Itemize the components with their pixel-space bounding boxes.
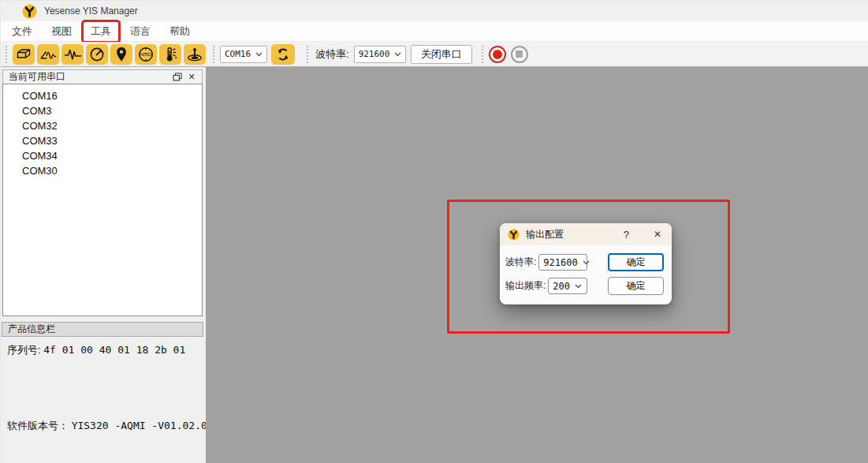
toolbar: UTC COM16: [1, 42, 868, 67]
toolbar-grip-handle[interactable]: [213, 46, 216, 63]
ports-panel-header: 当前可用串口 ✕: [2, 69, 203, 84]
close-panel-button[interactable]: ✕: [184, 71, 199, 83]
chevron-down-icon: [583, 260, 590, 265]
dialog-baud-label: 波特率:: [505, 256, 536, 269]
baud-rate-value: 921600: [359, 49, 390, 59]
dialog-title-bar: 输出配置 ? ✕: [500, 223, 672, 245]
dialog-rate-value: 200: [553, 281, 570, 292]
list-item-port[interactable]: COM16: [3, 88, 202, 103]
baud-rate-select[interactable]: 921600: [354, 46, 406, 63]
window-title: Yesense YIS Manager: [44, 6, 138, 17]
dialog-body: 波特率: 921600 确定 输出频率: 200: [500, 245, 672, 295]
dialog-close-button[interactable]: ✕: [650, 227, 665, 241]
app-window: Yesense YIS Manager 文件 视图 工具 语言 帮助: [0, 0, 868, 463]
menu-item-tools[interactable]: 工具: [84, 22, 118, 41]
chevron-down-icon: [575, 284, 582, 289]
product-info-header: 产品信息栏: [2, 322, 203, 337]
close-icon: ✕: [188, 73, 195, 81]
menu-item-view[interactable]: 视图: [44, 22, 79, 41]
available-ports-list: COM16 COM3 COM32 COM33 COM34 COM30: [2, 84, 203, 316]
app-logo-icon: [22, 4, 37, 19]
baud-confirm-button[interactable]: 确定: [608, 253, 664, 271]
serial-number-row: 序列号: 4f 01 00 40 01 18 2b 01: [7, 343, 185, 357]
product-info-title: 产品信息栏: [8, 323, 55, 336]
serial-number-label: 序列号:: [7, 344, 41, 356]
angle-wave-icon: [39, 48, 58, 61]
location-pin-icon: [115, 47, 128, 62]
list-item-port[interactable]: COM30: [3, 163, 202, 178]
title-bar: Yesense YIS Manager: [1, 1, 868, 21]
software-version-label: 软件版本号：: [7, 420, 69, 431]
list-item-port[interactable]: COM32: [3, 118, 202, 133]
dialog-baud-value: 921600: [543, 257, 577, 268]
svg-text:UTC: UTC: [141, 52, 151, 57]
left-dock-panel: 当前可用串口 ✕ COM16 COM3 COM32 COM33 COM34 CO…: [1, 67, 206, 463]
list-item-port[interactable]: COM34: [3, 148, 202, 163]
dialog-baud-select[interactable]: 921600: [538, 254, 587, 271]
refresh-icon: [276, 47, 290, 62]
toolbar-button-pulse-wave[interactable]: [61, 44, 84, 65]
menu-item-file[interactable]: 文件: [5, 22, 39, 41]
output-config-dialog: 输出配置 ? ✕ 波特率: 921600 确定 输出频率:: [500, 223, 672, 304]
record-button[interactable]: [489, 46, 506, 63]
com-port-select[interactable]: COM16: [220, 46, 267, 63]
close-serial-port-button[interactable]: 关闭串口: [411, 45, 472, 64]
software-version-value: YIS320 -AQMI -V01.02.03;: [72, 420, 220, 431]
chevron-down-icon: [255, 52, 263, 57]
record-icon: [493, 50, 502, 59]
toolbar-button-utc-clock[interactable]: UTC: [135, 44, 157, 65]
float-panel-button[interactable]: [170, 71, 184, 83]
list-item-port[interactable]: COM33: [3, 133, 202, 148]
probe-icon: [186, 47, 203, 62]
refresh-ports-button[interactable]: [271, 44, 295, 65]
gauge-icon: [89, 47, 105, 62]
dialog-rate-select[interactable]: 200: [548, 278, 587, 294]
list-item-port[interactable]: COM3: [3, 103, 202, 118]
toolbar-button-gauge[interactable]: [86, 44, 108, 65]
menu-bar: 文件 视图 工具 语言 帮助: [1, 21, 868, 42]
toolbar-grip-handle[interactable]: [307, 46, 310, 63]
stop-button[interactable]: [511, 46, 528, 63]
toolbar-button-cube-3d[interactable]: [13, 44, 35, 65]
utc-clock-icon: UTC: [138, 47, 154, 62]
stop-icon: [516, 50, 523, 58]
rate-confirm-button[interactable]: 确定: [608, 277, 664, 295]
output-rate-config-row: 输出频率: 200 确定: [505, 277, 664, 295]
menu-item-language[interactable]: 语言: [123, 22, 158, 41]
app-logo-icon: [508, 229, 520, 241]
baud-rate-config-row: 波特率: 921600 确定: [505, 253, 664, 271]
float-window-icon: [173, 73, 182, 81]
dialog-help-button[interactable]: ?: [620, 227, 632, 242]
toolbar-button-probe[interactable]: [184, 44, 206, 65]
toolbar-button-angle-wave[interactable]: [37, 44, 59, 65]
dialog-title: 输出配置: [526, 228, 620, 241]
pulse-wave-icon: [64, 48, 82, 61]
ports-panel-title: 当前可用串口: [9, 70, 170, 84]
chevron-down-icon: [394, 52, 401, 57]
software-version-row: 软件版本号： YIS320 -AQMI -V01.02.03;: [7, 419, 219, 433]
toolbar-button-thermometer[interactable]: [159, 44, 181, 65]
menu-item-help[interactable]: 帮助: [162, 22, 197, 41]
baud-rate-label: 波特率:: [315, 47, 349, 62]
thermometer-icon: [162, 47, 178, 62]
cube-3d-icon: [15, 47, 32, 61]
toolbar-button-location-pin[interactable]: [110, 44, 132, 65]
toolbar-grip-handle[interactable]: [482, 46, 485, 63]
main-canvas: 输出配置 ? ✕ 波特率: 921600 确定 输出频率:: [206, 67, 868, 463]
dialog-rate-label: 输出频率:: [505, 279, 546, 293]
serial-number-value: 4f 01 00 40 01 18 2b 01: [43, 344, 185, 356]
toolbar-grip-handle[interactable]: [6, 46, 9, 63]
com-port-value: COM16: [225, 49, 251, 59]
